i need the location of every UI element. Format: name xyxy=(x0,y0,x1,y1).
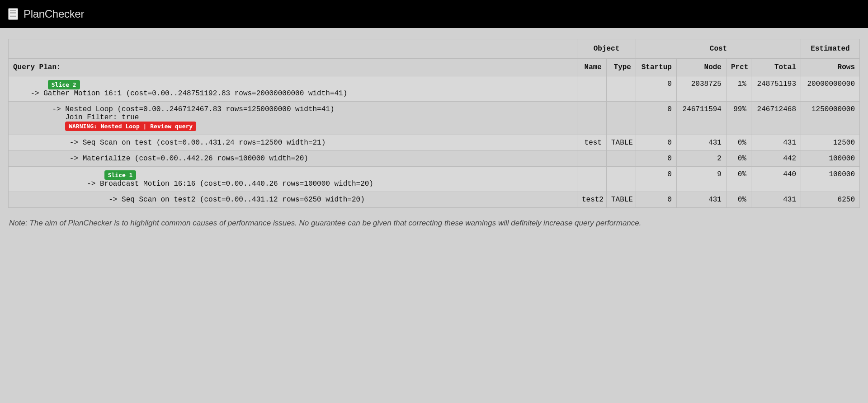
cell-name: test2 xyxy=(577,192,606,208)
cell-rows: 6250 xyxy=(801,192,860,208)
plan-cell: -> Seq Scan on test (cost=0.00..431.24 r… xyxy=(9,135,577,151)
cell-name xyxy=(577,167,606,192)
cell-prct: 1% xyxy=(726,76,751,102)
cell-prct: 0% xyxy=(726,135,751,151)
slice-badge: Slice 2 xyxy=(48,80,80,89)
table-row: -> Seq Scan on test (cost=0.00..431.24 r… xyxy=(9,135,860,151)
header-rows: Rows xyxy=(801,59,860,76)
cell-type xyxy=(606,76,636,102)
plan-body: Slice 2 -> Gather Motion 16:1 (cost=0.00… xyxy=(9,76,860,208)
cell-rows: 100000 xyxy=(801,151,860,167)
cell-prct: 99% xyxy=(726,102,751,135)
cell-prct: 0% xyxy=(726,167,751,192)
plan-table: Object Cost Estimated Query Plan: Name T… xyxy=(8,39,860,208)
cell-rows: 100000 xyxy=(801,167,860,192)
table-header-cols: Query Plan: Name Type Startup Node Prct … xyxy=(9,59,860,76)
cell-prct: 0% xyxy=(726,151,751,167)
cell-startup: 0 xyxy=(636,76,676,102)
header-group-estimated: Estimated xyxy=(801,39,860,59)
plan-cell: Slice 2 -> Gather Motion 16:1 (cost=0.00… xyxy=(9,76,577,102)
header-prct: Prct xyxy=(726,59,751,76)
cell-node: 431 xyxy=(676,192,726,208)
cell-rows: 20000000000 xyxy=(801,76,860,102)
cell-type: TABLE xyxy=(606,135,636,151)
cell-startup: 0 xyxy=(636,151,676,167)
table-row: -> Materialize (cost=0.00..442.26 rows=1… xyxy=(9,151,860,167)
cell-total: 248751193 xyxy=(751,76,801,102)
cell-name xyxy=(577,151,606,167)
cell-rows: 1250000000 xyxy=(801,102,860,135)
header-query-plan: Query Plan: xyxy=(9,59,577,76)
header-name: Name xyxy=(577,59,606,76)
app-title: PlanChecker xyxy=(24,8,84,20)
cell-total: 442 xyxy=(751,151,801,167)
cell-node: 431 xyxy=(676,135,726,151)
plan-cell: Slice 1 -> Broadcast Motion 16:16 (cost=… xyxy=(9,167,577,192)
cell-startup: 0 xyxy=(636,102,676,135)
table-row: -> Nested Loop (cost=0.00..246712467.83 … xyxy=(9,102,860,135)
top-bar: PlanChecker xyxy=(0,0,868,28)
cell-node: 246711594 xyxy=(676,102,726,135)
header-group-cost: Cost xyxy=(636,39,801,59)
cell-total: 431 xyxy=(751,192,801,208)
cell-total: 431 xyxy=(751,135,801,151)
cell-type xyxy=(606,151,636,167)
content-wrap: Object Cost Estimated Query Plan: Name T… xyxy=(0,28,868,240)
cell-node: 2 xyxy=(676,151,726,167)
table-header-groups: Object Cost Estimated xyxy=(9,39,860,59)
cell-type xyxy=(606,102,636,135)
table-row: Slice 1 -> Broadcast Motion 16:16 (cost=… xyxy=(9,167,860,192)
cell-total: 440 xyxy=(751,167,801,192)
cell-name: test xyxy=(577,135,606,151)
cell-name xyxy=(577,76,606,102)
cell-startup: 0 xyxy=(636,135,676,151)
header-startup: Startup xyxy=(636,59,676,76)
slice-badge: Slice 1 xyxy=(104,170,137,180)
cell-node: 2038725 xyxy=(676,76,726,102)
plan-cell: -> Materialize (cost=0.00..442.26 rows=1… xyxy=(9,151,577,167)
cell-prct: 0% xyxy=(726,192,751,208)
warning-badge: WARNING: Nested Loop | Review query xyxy=(65,122,196,131)
header-type: Type xyxy=(606,59,636,76)
plan-cell: -> Nested Loop (cost=0.00..246712467.83 … xyxy=(9,102,577,135)
header-blank xyxy=(9,39,577,59)
cell-name xyxy=(577,102,606,135)
cell-rows: 12500 xyxy=(801,135,860,151)
cell-startup: 0 xyxy=(636,167,676,192)
cell-total: 246712468 xyxy=(751,102,801,135)
header-node: Node xyxy=(676,59,726,76)
cell-startup: 0 xyxy=(636,192,676,208)
table-row: Slice 2 -> Gather Motion 16:1 (cost=0.00… xyxy=(9,76,860,102)
app-logo-icon xyxy=(8,8,18,20)
cell-type xyxy=(606,167,636,192)
table-row: -> Seq Scan on test2 (cost=0.00..431.12 … xyxy=(9,192,860,208)
cell-type: TABLE xyxy=(606,192,636,208)
header-total: Total xyxy=(751,59,801,76)
header-group-object: Object xyxy=(577,39,636,59)
footer-note: Note: The aim of PlanChecker is to highl… xyxy=(8,208,860,230)
cell-node: 9 xyxy=(676,167,726,192)
plan-cell: -> Seq Scan on test2 (cost=0.00..431.12 … xyxy=(9,192,577,208)
